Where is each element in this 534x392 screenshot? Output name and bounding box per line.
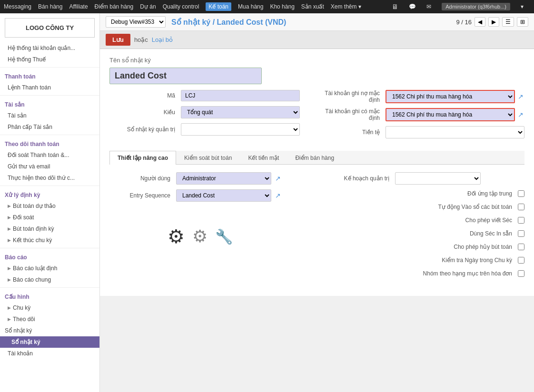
- next-button[interactable]: ▶: [488, 17, 499, 27]
- sidebar-divider-2: [0, 95, 99, 96]
- nav-affiliate[interactable]: Affiliate: [69, 3, 88, 10]
- tien-te-select[interactable]: [386, 126, 524, 138]
- tai-khoan-co-link-button[interactable]: ↗: [517, 111, 524, 118]
- nguoi-dung-label: Người dùng: [109, 175, 176, 182]
- sidebar-item-lenh-tt[interactable]: Lệnh Thanh toán: [0, 82, 99, 93]
- so-nhat-ky-select[interactable]: [181, 123, 300, 136]
- admin-badge[interactable]: Administrator (q3f6rhub...): [442, 3, 510, 10]
- sidebar-item-bao-cao-c[interactable]: Báo cáo chung: [0, 274, 99, 285]
- tab-ket-tien-mat[interactable]: Kết tiền mặt: [240, 151, 287, 165]
- email-icon[interactable]: ✉: [426, 3, 431, 10]
- sidebar-item-doi-soat[interactable]: Đối soát: [0, 212, 99, 223]
- tai-khoan-no-field: Tài khoản ghi nợ mặc định 1562 Chi phí t…: [314, 90, 524, 103]
- checkboxes-area: Đối ứng tập trung Tự động Vào sổ các bút…: [300, 190, 524, 281]
- nav-kho-hang[interactable]: Kho hàng: [270, 3, 294, 10]
- entry-seq-select[interactable]: Landed Cost: [176, 189, 271, 202]
- tai-khoan-co-field: Tài khoản ghi có mặc định 1562 Chi phí t…: [314, 108, 524, 121]
- nav-diem-ban-hang[interactable]: Điểm bán hàng: [95, 3, 134, 10]
- sidebar-item-phan-cap[interactable]: Phân cấp Tài sản: [0, 121, 99, 133]
- tu-dong-checkbox[interactable]: [518, 204, 524, 210]
- sidebar-item-doi-soat-tt[interactable]: Đối soát Thanh toán &...: [0, 149, 99, 161]
- sidebar-item-he-thong-tk[interactable]: Hệ thống tài khoản quản...: [0, 42, 99, 54]
- sub-header: Debug View#353 Sổ nhật ký / Landed Cost …: [100, 13, 534, 31]
- entry-seq-label: Entry Sequence: [109, 192, 176, 199]
- tabs-bar: Thiết lập nâng cao Kiểm soát bút toán Kế…: [109, 151, 524, 165]
- sidebar-divider-1: [0, 67, 99, 68]
- form-area: Tên sổ nhật ký Mã Kiều: [100, 49, 534, 296]
- save-button[interactable]: Lưu: [106, 34, 130, 46]
- gear-blue-icon: ⚙: [168, 225, 185, 247]
- sidebar-item-but-toan-dk[interactable]: Bút toán định kỳ: [0, 223, 99, 235]
- kieu-input-wrap: Tổng quát Bán hàng Mua hàng Tiền mặt Ngâ…: [181, 106, 300, 118]
- checkbox-kiem-tra-ngay: Kiểm tra Ngày trong Chu kỳ: [300, 257, 524, 264]
- nguoi-dung-link-button[interactable]: ↗: [274, 175, 282, 182]
- ma-input[interactable]: [181, 90, 300, 101]
- sidebar-item-gui-thu[interactable]: Gửi thư và email: [0, 161, 99, 172]
- entry-seq-link-button[interactable]: ↗: [274, 192, 282, 199]
- sidebar-section-bao-cao: Báo cáo: [0, 250, 99, 263]
- nav-xem-them[interactable]: Xem thêm ▾: [331, 3, 361, 10]
- nav-san-xuat[interactable]: Sản xuất: [301, 3, 324, 10]
- sidebar-section-thanh-toan: Thanh toán: [0, 69, 99, 82]
- top-nav-right: 🖥 💬 ✉ Administrator (q3f6rhub...) ▾: [392, 3, 530, 10]
- sidebar-section-theo-doi-tt: Theo dõi thanh toán: [0, 137, 99, 149]
- sidebar-divider-3: [0, 135, 99, 135]
- ke-hoach-field: Kế hoạch quản trị: [300, 172, 524, 185]
- checkbox-huy-but-toan: Cho phép hủy bút toán: [300, 244, 524, 250]
- sidebar-item-so-nhat-ky-parent[interactable]: Sổ nhật ký: [0, 325, 99, 336]
- tai-khoan-no-select[interactable]: 1562 Chi phí thu mua hàng hóa: [386, 90, 515, 103]
- dropdown-arrow-icon[interactable]: ▾: [521, 3, 524, 10]
- sidebar-item-but-toan-dt[interactable]: Bút toán dự thảo: [0, 200, 99, 212]
- checkbox-viet-sec: Cho phép viết Séc: [300, 217, 524, 224]
- nguoi-dung-select[interactable]: Administrator: [176, 172, 271, 185]
- nav-ban-hang[interactable]: Bán hàng: [38, 3, 62, 10]
- discard-button[interactable]: Loại bỏ: [152, 36, 173, 43]
- nav-ke-toan[interactable]: Kế toán: [206, 2, 231, 11]
- kiem-tra-ngay-checkbox[interactable]: [518, 257, 524, 264]
- ma-input-wrap: [181, 90, 300, 101]
- kieu-select[interactable]: Tổng quát Bán hàng Mua hàng Tiền mặt Ngâ…: [181, 106, 300, 118]
- nhom-theo-checkbox[interactable]: [518, 270, 524, 277]
- tab-diem-ban-hang[interactable]: Điểm bán hàng: [287, 151, 342, 165]
- nav-quality-control[interactable]: Quality control: [163, 3, 199, 10]
- or-label: hoặc: [134, 36, 148, 43]
- toolbar: Lưu hoặc Loại bỏ: [100, 31, 534, 49]
- checkbox-doi-ung: Đối ứng tập trung: [300, 190, 524, 197]
- two-col-form: Mã Kiều Tổng quát Bán hàng Mua hàng: [109, 90, 524, 143]
- sidebar-item-tai-san[interactable]: Tài sản: [0, 110, 99, 121]
- sidebar-item-tai-khoan[interactable]: Tài khoản: [0, 348, 99, 359]
- checkbox-nhom-theo: Nhóm theo hạng mục trên hóa đơn: [300, 270, 524, 277]
- nav-du-an[interactable]: Dự án: [140, 3, 156, 10]
- debug-view-select[interactable]: Debug View#353: [106, 16, 166, 28]
- dung-sec-checkbox[interactable]: [518, 230, 524, 237]
- tai-khoan-no-link-button[interactable]: ↗: [517, 93, 524, 100]
- sidebar-item-ket-thuc[interactable]: Kết thúc chu kỳ: [0, 235, 99, 246]
- sidebar-item-so-nhat-ky-active[interactable]: Sổ nhật ký: [0, 336, 99, 348]
- pagination-label: 9 / 16: [456, 19, 472, 26]
- nav-mua-hang[interactable]: Mua hàng: [238, 3, 263, 10]
- list-view-button[interactable]: ☰: [502, 17, 514, 27]
- nhom-theo-label: Nhóm theo hạng mục trên hóa đơn: [300, 270, 518, 277]
- left-column: Mã Kiều Tổng quát Bán hàng Mua hàng: [109, 90, 300, 143]
- kanban-view-button[interactable]: ⊞: [517, 17, 528, 27]
- viet-sec-checkbox[interactable]: [518, 217, 524, 224]
- sidebar-item-thuc-hien[interactable]: Thực hiện theo dõi thứ c...: [0, 172, 99, 184]
- screen-icon[interactable]: 🖥: [392, 3, 398, 10]
- sidebar-item-chu-ky[interactable]: Chu kỳ: [0, 302, 99, 314]
- chat-icon[interactable]: 💬: [409, 3, 416, 10]
- tai-khoan-co-select[interactable]: 1562 Chi phí thu mua hàng hóa: [386, 108, 515, 121]
- tien-te-label: Tiền tệ: [314, 129, 386, 136]
- huy-but-toan-checkbox[interactable]: [518, 244, 524, 250]
- tab-kiem-soat[interactable]: Kiểm soát bút toán: [176, 151, 240, 165]
- nguoi-dung-field: Người dùng Administrator ↗: [109, 172, 290, 185]
- tab-thiet-lap[interactable]: Thiết lập nâng cao: [109, 151, 176, 165]
- journal-name-input[interactable]: [109, 68, 262, 84]
- sidebar-item-he-thong-thue[interactable]: Hệ thống Thuế: [0, 54, 99, 65]
- sidebar-item-theo-doi[interactable]: Theo dõi: [0, 314, 99, 325]
- nav-messaging[interactable]: Messaging: [4, 3, 31, 10]
- ke-hoach-input-wrap: [395, 172, 524, 185]
- prev-button[interactable]: ◀: [475, 17, 485, 27]
- sidebar-item-bao-cao-ld[interactable]: Báo cáo luật định: [0, 263, 99, 274]
- doi-ung-checkbox[interactable]: [518, 190, 524, 197]
- ke-hoach-select[interactable]: [395, 172, 481, 185]
